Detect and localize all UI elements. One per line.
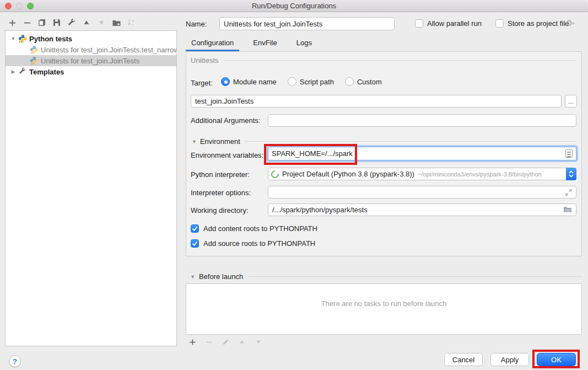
add-content-roots-checkbox[interactable]: Add content roots to PYTHONPATH (191, 224, 317, 233)
move-down-icon (97, 18, 106, 27)
unittests-group-title: Unittests (191, 56, 219, 65)
run-debug-configurations-dialog: Run/Debug Configurations az (0, 0, 588, 370)
before-launch-title: Before launch (199, 272, 243, 281)
folder-icon[interactable] (563, 206, 572, 215)
working-directory-input[interactable]: /.../spark/python/pyspark/tests (268, 203, 576, 216)
chevron-down-icon[interactable]: ▼ (192, 139, 197, 144)
tree-item-label: Unittests for test_join.JoinTests (41, 57, 139, 65)
save-configuration-icon[interactable] (52, 18, 61, 27)
checkbox-checked-icon[interactable] (191, 239, 199, 248)
tree-item-templates[interactable]: ▶ Templates (6, 66, 176, 77)
additional-arguments-input[interactable] (268, 114, 576, 127)
add-source-roots-checkbox[interactable]: Add source roots to PYTHONPATH (191, 239, 315, 248)
target-radio-group: Module name Script path Custom (221, 77, 390, 86)
edit-templates-wrench-icon[interactable] (67, 18, 76, 27)
tree-item-unittest-jointests[interactable]: Unittests for test_join.JoinTests (6, 55, 176, 66)
tree-item-label: Unittests for test_join.JoinTests.test_n… (41, 46, 176, 54)
python-interpreter-label: Python interpreter: (191, 170, 250, 179)
working-directory-value: /.../spark/python/pyspark/tests (272, 206, 563, 214)
help-button[interactable]: ? (9, 355, 21, 367)
copy-configuration-icon[interactable] (37, 18, 46, 27)
radio-unselected-icon[interactable] (345, 77, 354, 86)
interpreter-path: ~/opt/miniconda3/envs/pyspark-3.8/bin/py… (418, 171, 566, 178)
additional-arguments-label: Additional Arguments: (191, 116, 260, 125)
dropdown-stepper-icon[interactable] (566, 168, 576, 180)
tree-item-label: Templates (29, 68, 64, 76)
tree-item-label: Python tests (29, 35, 72, 43)
chevron-down-icon[interactable]: ▼ (190, 274, 195, 280)
remove-task-icon (204, 337, 213, 346)
radio-script-path-label[interactable]: Script path (300, 78, 334, 86)
question-mark-icon: ? (13, 357, 17, 366)
expand-field-icon[interactable] (565, 189, 573, 198)
radio-unselected-icon[interactable] (288, 77, 296, 86)
unittests-group-header: Unittests (191, 56, 576, 65)
ok-button[interactable]: OK (537, 353, 576, 366)
add-content-roots-label: Add content roots to PYTHONPATH (203, 224, 317, 233)
tree-item-unittest-narrow[interactable]: Unittests for test_join.JoinTests.test_n… (6, 44, 176, 55)
browse-target-button[interactable]: ... (565, 95, 577, 108)
before-launch-task-list: There are no tasks to run before launch (186, 283, 582, 335)
store-as-project-file-checkbox[interactable]: Store as project file (495, 19, 569, 28)
configuration-panel: Unittests Target: Module name Script pat… (186, 51, 582, 256)
python-test-icon (30, 56, 39, 65)
environment-variables-label: Environment variables: (191, 151, 263, 159)
radio-custom-label[interactable]: Custom (357, 78, 382, 86)
add-configuration-icon[interactable] (8, 18, 17, 27)
allow-parallel-run-label: Allow parallel run (427, 19, 482, 28)
before-launch-empty-message: There are no tasks to run before launch (186, 299, 581, 308)
new-folder-icon[interactable] (112, 18, 121, 27)
name-label: Name: (186, 20, 207, 28)
add-task-icon[interactable] (188, 337, 197, 346)
window-title: Run/Debug Configurations (0, 2, 588, 10)
environment-variables-value: SPARK_HOME=/.../spark (272, 149, 565, 158)
checkbox-unchecked-icon[interactable] (495, 19, 504, 28)
environment-variables-input[interactable]: SPARK_HOME=/.../spark (268, 147, 576, 160)
apply-button-label: Apply (501, 356, 519, 364)
interpreter-options-label: Interpreter options: (191, 189, 251, 197)
python-interpreter-select[interactable]: Project Default (Python 3.8 (pyspark-3.8… (268, 168, 576, 180)
ellipsis-icon: ... (568, 98, 574, 105)
tab-logs[interactable]: Logs (296, 39, 312, 50)
radio-selected-icon[interactable] (221, 77, 230, 86)
svg-text:z: z (132, 23, 133, 26)
title-bar: Run/Debug Configurations (0, 0, 588, 12)
tab-bar: Configuration EnvFile Logs (191, 39, 312, 50)
interpreter-name: Project Default (Python 3.8 (pyspark-3.8… (282, 170, 414, 178)
group-divider (223, 60, 576, 61)
interpreter-options-input[interactable] (268, 186, 576, 199)
cancel-button[interactable]: Cancel (444, 353, 483, 366)
tab-configuration[interactable]: Configuration (191, 39, 234, 50)
apply-button[interactable]: Apply (490, 353, 529, 366)
environment-section-header[interactable]: ▼ Environment (192, 137, 576, 146)
name-input[interactable] (219, 17, 395, 30)
store-as-project-file-label: Store as project file (508, 19, 569, 28)
tab-envfile[interactable]: EnvFile (253, 39, 277, 50)
python-tests-icon (18, 34, 27, 43)
templates-wrench-icon (18, 67, 27, 76)
edit-task-pencil-icon (221, 337, 230, 346)
allow-parallel-run-checkbox[interactable]: Allow parallel run (415, 19, 482, 28)
add-source-roots-label: Add source roots to PYTHONPATH (203, 239, 315, 248)
chevron-right-icon[interactable]: ▶ (10, 69, 16, 74)
configurations-toolbar: az (8, 18, 136, 27)
chevron-down-icon[interactable]: ▼ (10, 36, 16, 41)
gear-icon[interactable]: ⚙▾ (565, 18, 574, 28)
target-label: Target: (191, 79, 213, 87)
target-module-input[interactable] (191, 95, 562, 108)
cancel-button-label: Cancel (452, 356, 474, 364)
edit-variables-icon[interactable] (565, 149, 573, 158)
remove-configuration-icon[interactable] (23, 18, 31, 27)
checkbox-checked-icon[interactable] (191, 224, 199, 233)
move-task-down-icon (254, 337, 263, 346)
svg-text:a: a (132, 19, 134, 23)
working-directory-label: Working directory: (191, 206, 249, 215)
move-up-icon[interactable] (82, 18, 91, 27)
radio-module-name-label[interactable]: Module name (233, 78, 277, 86)
tree-item-python-tests[interactable]: ▼ Python tests (6, 33, 176, 44)
environment-section-title: Environment (200, 137, 240, 146)
ok-button-label: OK (551, 356, 562, 364)
checkbox-unchecked-icon[interactable] (415, 19, 423, 28)
before-launch-header[interactable]: ▼ Before launch (186, 272, 582, 281)
move-task-up-icon (238, 337, 246, 346)
